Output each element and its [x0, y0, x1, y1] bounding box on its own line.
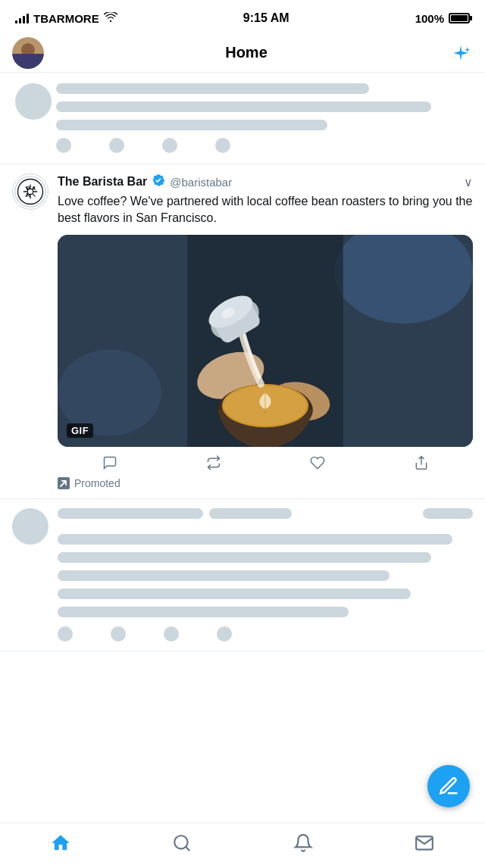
- skeleton-dot-2: [109, 138, 124, 153]
- skeleton-line-b3: [423, 508, 473, 519]
- carrier-name: TBARMORE: [33, 12, 99, 25]
- nav-home[interactable]: [38, 827, 83, 865]
- skeleton-avatar-bottom: [12, 508, 48, 545]
- skeleton-line-2: [56, 101, 431, 112]
- nav-notifications[interactable]: [280, 827, 326, 865]
- verified-badge-icon: [152, 173, 165, 190]
- tweet-username: @baristabar: [170, 176, 232, 189]
- promoted-icon: [58, 477, 70, 489]
- like-button[interactable]: [309, 454, 326, 471]
- svg-line-26: [186, 847, 189, 851]
- skeleton-dots-bottom: [58, 626, 473, 642]
- heart-icon: [309, 454, 326, 471]
- reply-button[interactable]: [102, 454, 118, 471]
- app-header: Home: [0, 33, 485, 73]
- battery-fill: [451, 15, 468, 21]
- nav-search[interactable]: [159, 827, 205, 865]
- skeleton-dot-4: [215, 138, 230, 153]
- retweet-icon: [205, 454, 222, 471]
- signal-bar-3: [23, 16, 25, 23]
- status-time: 9:15 AM: [243, 11, 289, 25]
- skeleton-dot-b2: [111, 626, 126, 642]
- tweet-avatar[interactable]: B A R: [12, 173, 48, 210]
- status-right: 100%: [415, 12, 470, 25]
- skeleton-line-b4: [58, 534, 452, 545]
- battery-icon: [449, 13, 470, 23]
- signal-bar-2: [19, 18, 21, 23]
- tweet-display-name: The Barista Bar: [58, 175, 147, 189]
- tweet-names: The Barista Bar @baristabar: [58, 173, 232, 190]
- skeleton-line-b8: [58, 607, 349, 617]
- battery-body: [449, 13, 470, 23]
- skeleton-dot-b3: [164, 626, 179, 642]
- tweet-text: Love coffee? We've partnered with local …: [58, 193, 473, 227]
- skeleton-line-b5: [58, 552, 431, 563]
- sparkle-button[interactable]: [449, 41, 473, 65]
- tweet-chevron-down-icon[interactable]: ∨: [464, 175, 473, 189]
- signal-bar-4: [27, 14, 29, 23]
- skeleton-top: [0, 73, 485, 164]
- page-title: Home: [225, 44, 268, 61]
- status-left: TBARMORE: [15, 12, 117, 25]
- skeleton-line-b1: [58, 508, 203, 519]
- skeleton-dot-b1: [58, 626, 73, 642]
- mail-icon: [415, 833, 434, 858]
- wifi-icon: [104, 12, 117, 25]
- promoted-row: Promoted: [58, 477, 473, 489]
- search-icon: [172, 833, 192, 858]
- skeleton-line-1: [56, 83, 369, 94]
- skeleton-lines-bottom: [58, 508, 473, 642]
- share-button[interactable]: [413, 454, 430, 471]
- skeleton-avatar-top: [15, 83, 52, 120]
- retweet-button[interactable]: [205, 454, 222, 471]
- skeleton-line-3: [56, 120, 327, 130]
- gif-badge: GIF: [67, 423, 93, 438]
- skeleton-line-b2: [209, 508, 293, 519]
- skeleton-line-b6: [58, 570, 390, 581]
- skeleton-row-1: [58, 508, 473, 526]
- compose-button[interactable]: [427, 765, 470, 807]
- skeleton-dot-3: [162, 138, 177, 153]
- status-bar: TBARMORE 9:15 AM 100%: [0, 0, 485, 33]
- share-icon: [413, 454, 430, 471]
- user-avatar-image: [12, 37, 44, 69]
- signal-bar-1: [15, 20, 17, 23]
- skeleton-bottom: [0, 499, 485, 651]
- skeleton-dots-top: [56, 138, 473, 153]
- tweet-header-row: The Barista Bar @baristabar ∨: [58, 173, 473, 190]
- battery-percent: 100%: [415, 12, 444, 25]
- skeleton-lines-top: [12, 83, 473, 153]
- tweet-image-inner: GIF: [58, 235, 473, 447]
- bottom-nav: [0, 823, 485, 868]
- bell-icon: [293, 833, 313, 858]
- skeleton-dot-b4: [217, 626, 232, 642]
- tweet-actions: [58, 454, 473, 471]
- tweet-body: The Barista Bar @baristabar ∨ Love coffe…: [58, 173, 473, 489]
- svg-point-9: [27, 189, 33, 194]
- nav-messages[interactable]: [402, 827, 447, 865]
- tweet-image[interactable]: GIF: [58, 235, 473, 447]
- reply-icon: [102, 454, 118, 471]
- bottom-spacer: [0, 651, 485, 697]
- user-avatar[interactable]: [12, 37, 44, 69]
- promoted-label: Promoted: [74, 477, 120, 489]
- skeleton-dot-1: [56, 138, 71, 153]
- skeleton-line-b7: [58, 589, 411, 599]
- tweet-card: B A R The Barista Bar @baristabar ∨: [0, 164, 485, 499]
- signal-bars-icon: [15, 13, 29, 23]
- home-icon: [50, 832, 71, 859]
